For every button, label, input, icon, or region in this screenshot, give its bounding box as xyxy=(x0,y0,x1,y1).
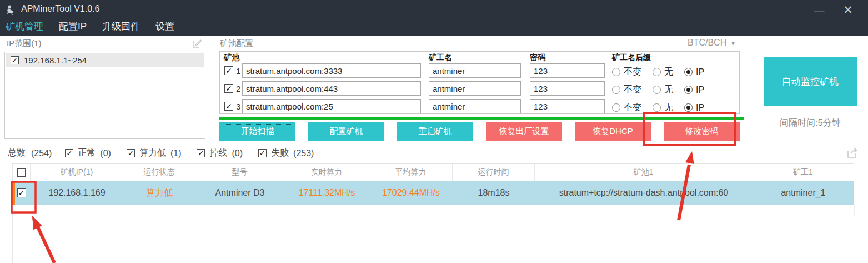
filter-failed[interactable]: 失败 (253) xyxy=(258,147,314,159)
header-uptime[interactable]: 运行时间 xyxy=(453,164,535,181)
pool2-checkbox[interactable] xyxy=(224,84,233,93)
select-all-checkbox[interactable] xyxy=(17,168,26,177)
filter-offline[interactable]: 掉线 (0) xyxy=(197,147,243,159)
pool1-worker-input[interactable] xyxy=(429,63,521,78)
ip-range-checkbox[interactable] xyxy=(11,56,19,64)
pool1-url-input[interactable] xyxy=(242,63,421,78)
pool3-suffix-ip[interactable]: IP xyxy=(684,103,704,113)
menu-bar: 矿机管理 配置IP 升级固件 设置 xyxy=(0,20,868,36)
radio-selected-icon[interactable] xyxy=(684,68,693,76)
total-count: (254) xyxy=(31,148,52,158)
export-icon[interactable] xyxy=(846,146,859,160)
pool2-suffix-unchanged[interactable]: 不变 xyxy=(612,84,641,96)
header-model[interactable]: 型号 xyxy=(195,164,284,181)
total-label: 总数 xyxy=(8,147,26,159)
cell-miner-ip: 192.168.1.169 xyxy=(31,181,123,205)
filter-low-hashrate[interactable]: 算力低 (1) xyxy=(127,147,182,159)
start-scan-button[interactable]: 开始扫描 xyxy=(219,122,295,141)
radio-icon[interactable] xyxy=(653,86,661,94)
radio-icon[interactable] xyxy=(653,103,661,112)
auto-monitor-button[interactable]: 自动监控矿机 xyxy=(764,57,857,106)
menu-miner-management[interactable]: 矿机管理 xyxy=(6,20,43,33)
filter-normal-count: (0) xyxy=(100,148,111,158)
pool2-worker-input[interactable] xyxy=(429,81,521,96)
radio-icon[interactable] xyxy=(612,68,620,76)
filter-failed-count: (253) xyxy=(293,148,314,158)
header-realtime-hashrate[interactable]: 实时算力 xyxy=(284,164,369,181)
header-miner-ip[interactable]: 矿机IP(1) xyxy=(31,164,123,181)
action-button-row: 开始扫描 配置矿机 重启矿机 恢复出厂设置 恢复DHCP 修改密码 xyxy=(219,122,740,141)
pool2-url-input[interactable] xyxy=(242,81,421,96)
filter-offline-label: 掉线 xyxy=(209,147,227,159)
header-avg-hashrate[interactable]: 平均算力 xyxy=(369,164,453,181)
ip-range-value: 192.168.1.1~254 xyxy=(24,56,87,65)
pool1-suffix-unchanged[interactable]: 不变 xyxy=(612,66,641,78)
pool3-checkbox[interactable] xyxy=(224,102,233,111)
filter-offline-count: (0) xyxy=(232,148,243,158)
change-password-button[interactable]: 修改密码 xyxy=(664,122,740,141)
radio-icon[interactable] xyxy=(612,103,620,112)
suffix-none-label: 无 xyxy=(664,66,673,78)
menu-upgrade-firmware[interactable]: 升级固件 xyxy=(102,20,140,33)
titlebar: APMinerTool V1.0.6 — ✕ xyxy=(0,0,868,20)
filter-failed-label: 失败 xyxy=(271,147,289,159)
menu-configure-ip[interactable]: 配置IP xyxy=(59,20,87,33)
cell-worker1: antminer_1 xyxy=(752,181,854,205)
pool-config-title: 矿池配置 xyxy=(220,38,253,49)
radio-selected-icon[interactable] xyxy=(684,103,693,112)
filter-failed-checkbox[interactable] xyxy=(258,149,267,157)
pool3-password-input[interactable] xyxy=(530,99,605,113)
row-checkbox[interactable] xyxy=(17,188,26,197)
filter-offline-checkbox[interactable] xyxy=(197,149,205,157)
pool3-worker-input[interactable] xyxy=(429,99,521,113)
pool2-suffix-ip[interactable]: IP xyxy=(684,85,704,95)
header-pool1[interactable]: 矿池1 xyxy=(535,164,752,181)
coin-selector[interactable]: BTC/BCH ▼ xyxy=(688,38,743,48)
filter-normal-checkbox[interactable] xyxy=(65,149,73,157)
filter-low-hashrate-checkbox[interactable] xyxy=(127,149,135,157)
pool2-suffix-group: 不变 无 IP xyxy=(612,84,711,96)
pool1-suffix-none[interactable]: 无 xyxy=(653,66,673,78)
edit-ip-range-icon[interactable] xyxy=(192,38,202,48)
radio-icon[interactable] xyxy=(612,86,620,94)
filter-low-hashrate-label: 算力低 xyxy=(139,147,166,159)
filter-bar: 总数 (254) 正常 (0) 算力低 (1) 掉线 (0) 失败 (253) xyxy=(0,143,868,163)
select-all-header[interactable] xyxy=(12,164,31,181)
restore-dhcp-button[interactable]: 恢复DHCP xyxy=(575,122,651,141)
coin-selector-value: BTC/BCH xyxy=(688,38,726,48)
table-right-border xyxy=(854,205,855,216)
password-column-header: 密码 xyxy=(530,53,545,63)
reboot-miner-button[interactable]: 重启矿机 xyxy=(397,122,473,141)
pool3-suffix-unchanged[interactable]: 不变 xyxy=(612,102,641,113)
header-run-status[interactable]: 运行状态 xyxy=(123,164,195,181)
minimize-button[interactable]: — xyxy=(807,1,831,19)
app-logo-icon xyxy=(5,4,17,16)
pool1-suffix-ip[interactable]: IP xyxy=(684,67,704,77)
chevron-down-icon: ▼ xyxy=(730,40,736,46)
miners-table: 矿机IP(1) 运行状态 型号 实时算力 平均算力 运行时间 矿池1 矿工1 1… xyxy=(12,163,854,205)
suffix-ip-label: IP xyxy=(696,103,704,113)
pool2-suffix-none[interactable]: 无 xyxy=(653,84,673,96)
radio-icon[interactable] xyxy=(653,68,661,76)
pool3-url-input[interactable] xyxy=(242,99,421,113)
arrow-to-checkbox xyxy=(32,216,54,263)
configure-miner-button[interactable]: 配置矿机 xyxy=(308,122,384,141)
table-row[interactable]: 192.168.1.169 算力低 Antminer D3 17111.32MH… xyxy=(12,181,854,205)
filter-normal[interactable]: 正常 (0) xyxy=(65,147,111,159)
close-button[interactable]: ✕ xyxy=(836,1,860,19)
ip-range-item[interactable]: 192.168.1.1~254 xyxy=(6,53,204,67)
pool1-checkbox[interactable] xyxy=(224,66,233,75)
factory-reset-button[interactable]: 恢复出厂设置 xyxy=(486,122,562,141)
pool-row-2: 2 不变 无 IP xyxy=(220,81,740,96)
pool3-suffix-none[interactable]: 无 xyxy=(653,102,673,113)
suffix-ip-label: IP xyxy=(696,85,704,95)
pool2-password-input[interactable] xyxy=(530,81,605,96)
menu-settings[interactable]: 设置 xyxy=(155,20,174,33)
radio-selected-icon[interactable] xyxy=(684,86,693,94)
header-worker1[interactable]: 矿工1 xyxy=(752,164,854,181)
interval-label: 间隔时间:5分钟 xyxy=(764,117,857,129)
pool-row-3: 3 不变 无 IP xyxy=(220,99,740,113)
filter-low-hashrate-count: (1) xyxy=(170,148,182,158)
pool1-password-input[interactable] xyxy=(530,63,605,78)
pool3-index: 3 xyxy=(236,102,240,111)
